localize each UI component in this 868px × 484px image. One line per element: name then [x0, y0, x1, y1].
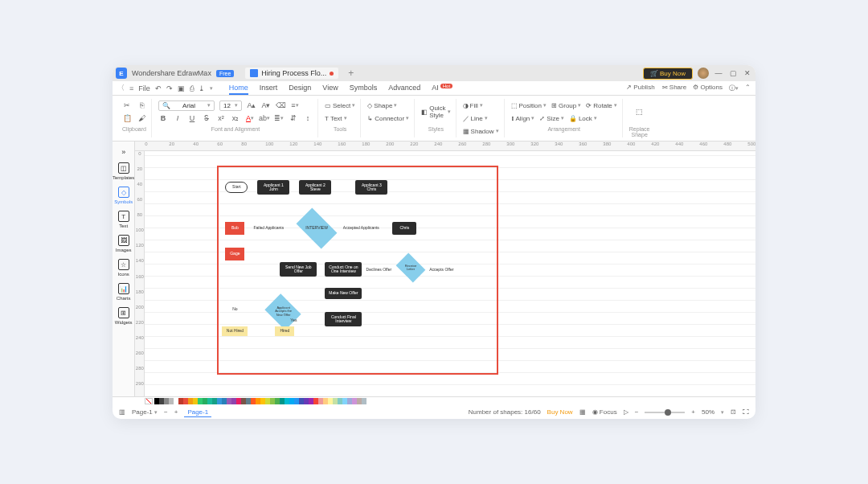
shape-final-interview[interactable]: Conduct Final Interview — [325, 312, 362, 326]
zoom-level[interactable]: 50% — [702, 408, 714, 416]
sidebar-templates[interactable]: ◫Templates — [113, 159, 134, 183]
color-swatch[interactable] — [362, 398, 366, 404]
new-tab-button[interactable]: + — [348, 68, 354, 79]
line-button[interactable]: ／ Line ▾ — [463, 114, 488, 123]
no-fill-swatch[interactable] — [145, 398, 153, 404]
increase-font-icon[interactable]: A▴ — [247, 100, 256, 110]
shape-send-offer[interactable]: Send New Job Offer — [280, 262, 317, 277]
font-color-button[interactable]: A▾ — [245, 113, 255, 123]
text-direction-button[interactable]: ↕ — [303, 113, 313, 123]
align-dropdown-icon[interactable]: ≡▾ — [290, 100, 300, 110]
position-button[interactable]: ⬚ Position▾ — [511, 102, 547, 109]
menu-advanced[interactable]: Advanced — [388, 82, 420, 95]
sidebar-text[interactable]: TText — [113, 207, 134, 232]
maximize-button[interactable]: ▢ — [728, 68, 738, 78]
rotate-button[interactable]: ⟳ Rotate▾ — [586, 102, 617, 109]
page-selector[interactable]: Page-1 ▾ — [132, 408, 158, 416]
bold-button[interactable]: B — [158, 113, 168, 123]
file-menu[interactable]: File — [138, 84, 150, 92]
replace-shape-label[interactable]: Replace Shape — [629, 126, 650, 137]
redo-button[interactable]: ↷ — [166, 84, 173, 92]
undo-button[interactable]: ↶ — [155, 84, 162, 92]
shape-bob[interactable]: Bob — [225, 222, 244, 235]
shape-make-offer[interactable]: Make New Offer — [325, 288, 362, 299]
next-page-button[interactable]: + — [174, 408, 178, 416]
zoom-in-button[interactable]: + — [691, 408, 695, 416]
pages-icon[interactable]: ▥ — [119, 408, 125, 416]
fill-button[interactable]: ◑ Fill ▾ — [463, 102, 483, 109]
shape-not-hired[interactable]: Not Hired — [222, 326, 248, 336]
decrease-font-icon[interactable]: A▾ — [261, 100, 271, 110]
font-size-select[interactable]: 12 ▾ — [219, 100, 242, 111]
shape-applicant-2[interactable]: Applicant 2 Steve — [299, 180, 331, 195]
menu-ai[interactable]: AIHot — [432, 82, 452, 95]
shape-interview[interactable]: INTERVIEW — [297, 208, 338, 249]
shape-one-on-one[interactable]: Conduct One on One Interview — [325, 262, 362, 277]
copy-icon[interactable]: ⎘ — [137, 100, 146, 110]
close-button[interactable]: ✕ — [743, 68, 752, 78]
shape-receive-letter[interactable]: Receive Letter — [396, 253, 426, 283]
sidebar-widgets[interactable]: ⊞Widgets — [113, 304, 134, 328]
page-tab[interactable]: Page-1 — [184, 408, 211, 417]
fullscreen-icon[interactable]: ⛶ — [743, 408, 749, 416]
text-tool[interactable]: T Text ▾ — [325, 115, 347, 122]
menu-home[interactable]: Home — [229, 82, 248, 95]
fit-page-icon[interactable]: ⊡ — [731, 408, 736, 416]
paste-icon[interactable]: 📋 — [122, 113, 132, 123]
size-button[interactable]: ⤢ Size▾ — [539, 115, 564, 122]
qat-more[interactable]: ▾ — [210, 85, 213, 92]
quick-style-button[interactable]: ◧Quick Style▾ — [421, 105, 450, 119]
shape-applicant-3[interactable]: Applicant 3 Chris — [355, 180, 387, 195]
canvas[interactable]: Start Applicant 1 John Applicant 2 Steve… — [145, 151, 755, 396]
export-button[interactable]: ⤓ — [199, 84, 205, 92]
shape-tool[interactable]: ◇ Shape ▾ — [367, 102, 397, 109]
options-button[interactable]: ⚙ Options — [693, 84, 723, 92]
sidebar-icons[interactable]: ☆Icons — [113, 256, 134, 280]
underline-button[interactable]: U — [187, 113, 197, 123]
document-tab[interactable]: Hiring Process Flo... — [245, 68, 338, 79]
shadow-button[interactable]: ▦ Shadow ▾ — [463, 128, 499, 135]
shape-hired[interactable]: Hired — [275, 326, 294, 336]
connector-tool[interactable]: ↳ Connector ▾ — [367, 115, 409, 122]
buy-now-button[interactable]: 🛒 Buy Now — [643, 68, 693, 80]
help-button[interactable]: ⓘ▾ — [729, 84, 739, 92]
sidebar-collapse[interactable]: » — [113, 145, 134, 159]
menu-icon[interactable]: ≡ — [129, 84, 133, 92]
focus-button[interactable]: ◉ Focus — [592, 408, 617, 416]
print-button[interactable]: ⎙ — [190, 84, 194, 92]
menu-symbols[interactable]: Symbols — [350, 82, 378, 95]
menu-view[interactable]: View — [322, 82, 338, 95]
select-tool[interactable]: ▭ Select ▾ — [325, 102, 355, 109]
zoom-slider[interactable] — [645, 412, 685, 413]
sidebar-charts[interactable]: 📊Charts — [113, 280, 134, 304]
strike-button[interactable]: S̶ — [202, 113, 211, 123]
collapse-ribbon-button[interactable]: ⌃ — [745, 84, 751, 92]
buy-now-link[interactable]: Buy Now — [547, 408, 573, 416]
cut-icon[interactable]: ✂ — [122, 100, 132, 110]
sidebar-symbols[interactable]: ◇Symbols — [113, 183, 134, 207]
prev-page-button[interactable]: − — [164, 408, 168, 416]
back-button[interactable]: 〈 — [117, 83, 125, 93]
format-painter-icon[interactable]: 🖌 — [137, 113, 146, 123]
publish-button[interactable]: ↗ Publish — [626, 84, 654, 92]
highlight-button[interactable]: ab▾ — [260, 113, 269, 123]
minimize-button[interactable]: — — [714, 68, 723, 78]
superscript-button[interactable]: x² — [216, 113, 226, 123]
shape-start[interactable]: Start — [225, 182, 248, 193]
line-spacing-button[interactable]: ⇵ — [289, 113, 298, 123]
lock-button[interactable]: 🔒 Lock▾ — [569, 115, 597, 122]
italic-button[interactable]: I — [173, 113, 182, 123]
align-button[interactable]: ⫿ Align▾ — [511, 115, 535, 122]
font-family-select[interactable]: 🔍 Arial ▾ — [158, 100, 215, 111]
clear-format-icon[interactable]: ⌫ — [276, 100, 285, 110]
shape-gage[interactable]: Gage — [225, 248, 244, 260]
replace-shape-icon[interactable]: ⬚ — [636, 108, 643, 116]
bullets-button[interactable]: ≣▾ — [274, 113, 284, 123]
play-icon[interactable]: ▷ — [624, 408, 628, 416]
menu-design[interactable]: Design — [289, 82, 311, 95]
shape-chris[interactable]: Chris — [392, 222, 416, 235]
subscript-button[interactable]: x₂ — [231, 113, 240, 123]
layers-icon[interactable]: ▦ — [579, 408, 586, 416]
user-avatar[interactable] — [698, 68, 709, 79]
menu-insert[interactable]: Insert — [260, 82, 278, 95]
